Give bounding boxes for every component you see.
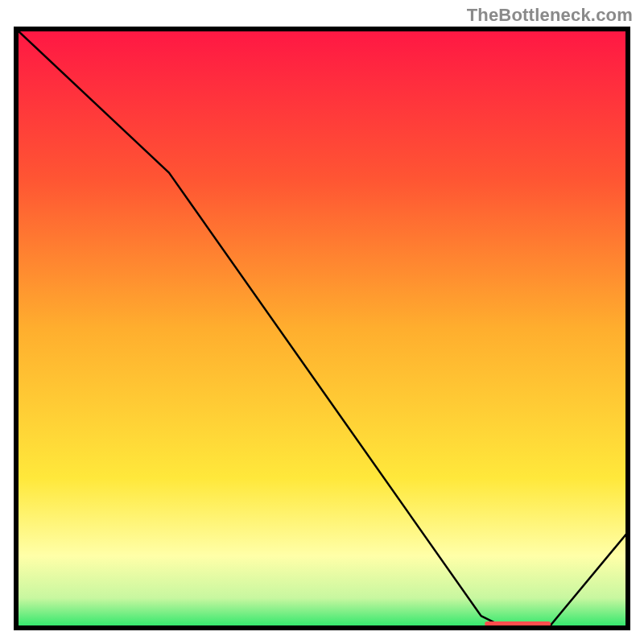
- plot-background: [16, 29, 628, 628]
- figure: TheBottleneck.com: [0, 0, 644, 644]
- watermark-text: TheBottleneck.com: [467, 5, 633, 26]
- bottleneck-chart: [0, 0, 644, 644]
